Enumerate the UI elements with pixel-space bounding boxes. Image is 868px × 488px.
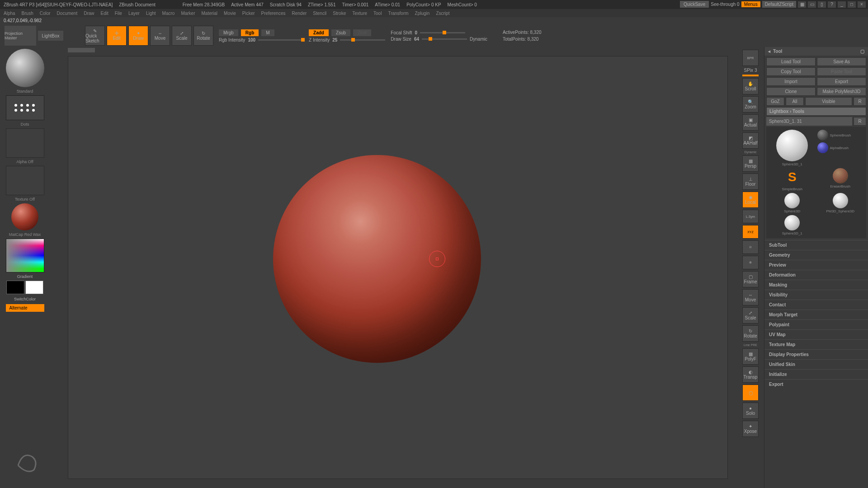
- menu-alpha[interactable]: Alpha: [4, 11, 15, 16]
- menu-stencil[interactable]: Stencil: [313, 11, 326, 16]
- goz-all-button[interactable]: All: [786, 97, 804, 106]
- menu-document[interactable]: Document: [57, 11, 78, 16]
- zsub-button[interactable]: Zsub: [331, 29, 350, 36]
- lightbox-tools-button[interactable]: Lightbox › Tools: [766, 107, 866, 116]
- frame-button[interactable]: ▢Frame: [742, 271, 759, 287]
- menu-stroke[interactable]: Stroke: [333, 11, 346, 16]
- maximize-icon[interactable]: □: [848, 1, 856, 8]
- gradient-label[interactable]: Gradient: [17, 274, 33, 279]
- spix-label[interactable]: SPix 3: [744, 68, 757, 73]
- current-tool-name[interactable]: Sphere3D_1. 31: [766, 117, 852, 126]
- menu-preferences[interactable]: Preferences: [261, 11, 286, 16]
- tool-r-button[interactable]: R: [854, 117, 866, 126]
- menu-edit[interactable]: Edit: [101, 11, 108, 16]
- brush-preview[interactable]: [6, 49, 44, 87]
- accordion-deformation[interactable]: Deformation: [764, 270, 868, 280]
- default-script[interactable]: DefaultZScript: [762, 1, 796, 8]
- accordion-uvmap[interactable]: UV Map: [764, 329, 868, 339]
- goz-r-button[interactable]: R: [854, 97, 866, 106]
- mrgb-button[interactable]: Mrgb: [219, 29, 238, 36]
- layout-icon[interactable]: ▭: [808, 1, 816, 8]
- makepolymesh-button[interactable]: Make PolyMesh3D: [817, 87, 866, 96]
- dynamic-label[interactable]: Dynamic: [470, 37, 487, 42]
- accordion-texturemap[interactable]: Texture Map: [764, 339, 868, 349]
- accordion-initialize[interactable]: Initialize: [764, 369, 868, 379]
- grid-icon[interactable]: ▦: [798, 1, 806, 8]
- accordion-preview[interactable]: Preview: [764, 260, 868, 270]
- close-icon[interactable]: ×: [858, 1, 866, 8]
- accordion-masking[interactable]: Masking: [764, 280, 868, 290]
- zintensity-slider[interactable]: [340, 39, 385, 41]
- menu-brush[interactable]: Brush: [22, 11, 33, 16]
- white-swatch[interactable]: [25, 281, 43, 294]
- canvas[interactable]: [68, 56, 728, 479]
- accordion-contact[interactable]: Contact: [764, 300, 868, 310]
- tool-slot-active[interactable]: Sphere3D_1: [769, 130, 816, 166]
- stroke-preview[interactable]: [6, 95, 44, 120]
- zoom-button[interactable]: 🔍Zoom: [742, 96, 759, 113]
- material-preview[interactable]: [11, 203, 38, 230]
- actual-button[interactable]: ▣Actual: [742, 114, 759, 131]
- export-button[interactable]: Export: [817, 77, 866, 86]
- persp-button[interactable]: ▦Persp: [742, 155, 759, 172]
- alternate-button[interactable]: Alternate: [6, 304, 44, 312]
- menu-transform[interactable]: Transform: [388, 11, 408, 16]
- accordion-geometry[interactable]: Geometry: [764, 250, 868, 260]
- copytool-button[interactable]: Copy Tool: [766, 67, 816, 76]
- goz-visible-button[interactable]: Visible: [805, 97, 852, 106]
- lightbox-button[interactable]: LightBox: [38, 31, 63, 41]
- rgb-button[interactable]: Rgb: [241, 29, 259, 36]
- quicksketch-button[interactable]: ✎ Quick Sketch: [85, 26, 105, 46]
- focalshift-slider[interactable]: [420, 32, 465, 33]
- menu-file[interactable]: File: [115, 11, 122, 16]
- tool-slot[interactable]: Sphere3D: [769, 193, 816, 213]
- floor-button[interactable]: ⊥Floor: [742, 174, 759, 190]
- zadd-button[interactable]: Zadd: [309, 29, 329, 36]
- spix-slider[interactable]: [742, 75, 759, 76]
- menu-picker[interactable]: Picker: [242, 11, 255, 16]
- menu-light[interactable]: Light: [146, 11, 156, 16]
- polyf-button[interactable]: ▦PolyF: [742, 348, 759, 365]
- menu-material[interactable]: Material: [202, 11, 218, 16]
- ghost-button[interactable]: ▢: [742, 385, 759, 401]
- tool-slot[interactable]: SphereBrush: [817, 130, 864, 141]
- lsym-button[interactable]: L.Sym: [742, 210, 759, 223]
- tool-panel-header[interactable]: ◂ Tool ▢: [764, 47, 868, 56]
- menu-zscript[interactable]: Zscript: [436, 11, 449, 16]
- bpr-button[interactable]: BPR: [742, 50, 759, 66]
- rgbintensity-slider[interactable]: [258, 39, 303, 41]
- texture-slot[interactable]: [6, 166, 44, 195]
- scale-button[interactable]: ⤢ Scale: [172, 26, 192, 46]
- accordion-export[interactable]: Export: [764, 379, 868, 389]
- accordion-subtool[interactable]: SubTool: [764, 240, 868, 250]
- move-tool-button[interactable]: ↔Move: [742, 289, 759, 305]
- menu-zplugin[interactable]: Zplugin: [415, 11, 430, 16]
- projection-master-button[interactable]: Projection Master: [5, 26, 36, 46]
- color-picker[interactable]: [6, 239, 44, 272]
- pf2-button[interactable]: ⊕: [742, 256, 759, 269]
- xyz-button[interactable]: XYZ: [742, 225, 759, 239]
- help-icon[interactable]: ?: [828, 1, 836, 8]
- accordion-polypaint[interactable]: Polypaint: [764, 319, 868, 329]
- accordion-unifiedskin[interactable]: Unified Skin: [764, 359, 868, 369]
- clone-button[interactable]: Clone: [766, 87, 816, 96]
- menu-movie[interactable]: Movie: [224, 11, 236, 16]
- menu-marker[interactable]: Marker: [181, 11, 195, 16]
- scroll-button[interactable]: ✋Scroll: [742, 78, 759, 94]
- tool-slot[interactable]: EraserBrush: [817, 168, 864, 191]
- quicksave-button[interactable]: QuickSave: [680, 1, 709, 8]
- drawsize-slider[interactable]: [422, 38, 467, 40]
- tool-slot[interactable]: AlphaBrush: [817, 142, 864, 153]
- menu-render[interactable]: Render: [292, 11, 307, 16]
- xpose-button[interactable]: ✦Xpose: [742, 421, 759, 437]
- import-button[interactable]: Import: [766, 77, 816, 86]
- zcut-button[interactable]: Zcut: [353, 29, 371, 36]
- tool-slot[interactable]: S SimpleBrush: [769, 168, 816, 191]
- aahalf-button[interactable]: ◩AAHalf: [742, 132, 759, 149]
- timeline-bar[interactable]: [68, 48, 95, 52]
- saveas-button[interactable]: Save As: [817, 57, 866, 66]
- goz-button[interactable]: GoZ: [766, 97, 784, 106]
- loadtool-button[interactable]: Load Tool: [766, 57, 816, 66]
- pf-button[interactable]: ⊙: [742, 240, 759, 254]
- seethrough-slider[interactable]: See-through 0: [711, 2, 739, 7]
